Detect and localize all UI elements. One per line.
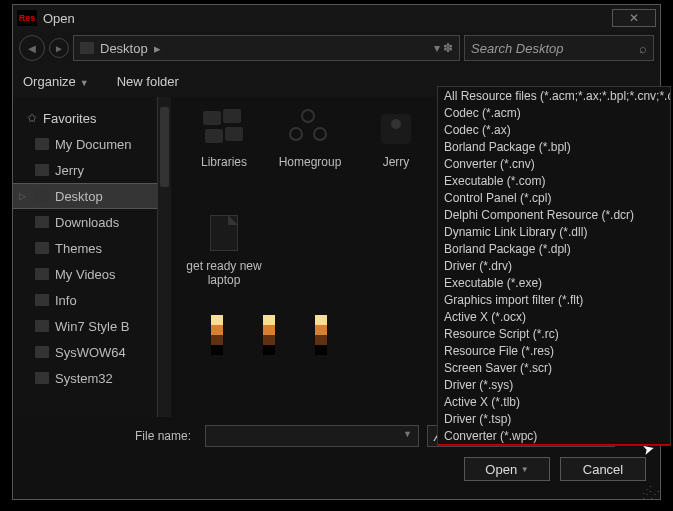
- dropdown-item[interactable]: Driver (*.sys): [438, 376, 670, 393]
- dropdown-item[interactable]: Driver (*.drv): [438, 257, 670, 274]
- dropdown-item[interactable]: Driver (*.tsp): [438, 410, 670, 427]
- chevron-down-icon[interactable]: ▼: [397, 426, 418, 442]
- tree-item[interactable]: My Videos: [13, 261, 171, 287]
- folder-icon: [35, 190, 49, 202]
- tree-item[interactable]: Jerry: [13, 157, 171, 183]
- forward-button[interactable]: ►: [49, 38, 69, 58]
- user-icon: [371, 107, 421, 151]
- folder-icon: [35, 346, 49, 358]
- dropdown-item[interactable]: Active X (*.tlb): [438, 393, 670, 410]
- tree-item[interactable]: ▷Desktop: [13, 183, 171, 209]
- caret-icon: ▷: [19, 191, 26, 201]
- open-button[interactable]: Open ▼: [464, 457, 550, 481]
- folder-icon: [80, 42, 94, 54]
- dropdown-item[interactable]: Borland Package (*.bpl): [438, 138, 670, 155]
- homegroup-icon: [285, 107, 335, 151]
- split-icon: ▼: [521, 465, 529, 474]
- dropdown-item[interactable]: Executable (*.exe): [438, 274, 670, 291]
- dropdown-item[interactable]: Executable (*.com): [438, 172, 670, 189]
- dropdown-item[interactable]: Active X (*.ocx): [438, 308, 670, 325]
- favorites-header[interactable]: ✩ Favorites: [13, 105, 171, 131]
- folder-icon: [35, 320, 49, 332]
- organize-button[interactable]: Organize▼: [23, 74, 89, 89]
- dropdown-item[interactable]: Borland Package (*.dpl): [438, 240, 670, 257]
- tree-item[interactable]: My Documen: [13, 131, 171, 157]
- dropdown-icon[interactable]: ▾ ✽: [434, 41, 453, 55]
- grid-item[interactable]: Homegroup: [267, 107, 353, 211]
- forward-icon: ►: [54, 43, 64, 54]
- titlebar[interactable]: Res Open ✕: [13, 5, 660, 31]
- resize-grip-icon[interactable]: ⋰⋰⋰: [642, 487, 658, 497]
- tree-item[interactable]: Downloads: [13, 209, 171, 235]
- tree-item[interactable]: Themes: [13, 235, 171, 261]
- location-text: Desktop: [100, 41, 148, 56]
- dropdown-item[interactable]: All Resource files (*.acm;*.ax;*.bpl;*.c…: [438, 87, 670, 104]
- star-icon: ✩: [27, 111, 37, 125]
- nav-tree[interactable]: ✩ Favorites My DocumenJerry▷DesktopDownl…: [13, 97, 171, 417]
- cancel-button[interactable]: Cancel: [560, 457, 646, 481]
- dropdown-item[interactable]: Converter (*.wpc): [438, 427, 670, 444]
- back-icon: ◄: [26, 41, 39, 56]
- tree-item[interactable]: System32: [13, 365, 171, 391]
- folder-icon: [35, 164, 49, 176]
- close-icon: ✕: [629, 11, 639, 25]
- dropdown-item[interactable]: Graphics import filter (*.flt): [438, 291, 670, 308]
- grid-item[interactable]: [211, 315, 223, 355]
- folder-icon: [35, 372, 49, 384]
- tree-item[interactable]: SysWOW64: [13, 339, 171, 365]
- filename-input[interactable]: ▼: [205, 425, 419, 447]
- grid-item[interactable]: get ready new laptop: [181, 211, 267, 315]
- folder-icon: [35, 242, 49, 254]
- dropdown-item[interactable]: Codec (*.ax): [438, 121, 670, 138]
- window-title: Open: [43, 11, 75, 26]
- chevron-down-icon: ▼: [80, 78, 89, 88]
- search-icon: ⌕: [639, 41, 647, 56]
- new-folder-button[interactable]: New folder: [117, 74, 179, 89]
- grid-item[interactable]: Libraries: [181, 107, 267, 211]
- address-bar[interactable]: Desktop ▸ ▾ ✽: [73, 35, 460, 61]
- search-placeholder: Search Desktop: [471, 41, 564, 56]
- dropdown-item[interactable]: Control Panel (*.cpl): [438, 189, 670, 206]
- scrollbar-thumb[interactable]: [160, 107, 169, 187]
- dropdown-item[interactable]: Screen Saver (*.scr): [438, 359, 670, 376]
- libraries-icon: [199, 107, 249, 151]
- dropdown-item[interactable]: Delphi Component Resource (*.dcr): [438, 206, 670, 223]
- tree-item[interactable]: Info: [13, 287, 171, 313]
- filetype-dropdown[interactable]: All Resource files (*.acm;*.ax;*.bpl;*.c…: [437, 86, 671, 446]
- document-icon: [199, 211, 249, 255]
- nav-row: ◄ ► Desktop ▸ ▾ ✽ Search Desktop ⌕: [13, 31, 660, 65]
- tree-item[interactable]: Win7 Style B: [13, 313, 171, 339]
- breadcrumb-arrow-icon[interactable]: ▸: [154, 41, 161, 56]
- grid-item[interactable]: [315, 315, 327, 355]
- dropdown-item[interactable]: All files (*.*): [438, 444, 670, 446]
- app-icon: Res: [17, 10, 37, 26]
- grid-item[interactable]: Jerry: [353, 107, 439, 211]
- folder-icon: [35, 268, 49, 280]
- dropdown-item[interactable]: Codec (*.acm): [438, 104, 670, 121]
- dropdown-item[interactable]: Resource Script (*.rc): [438, 325, 670, 342]
- dropdown-item[interactable]: Resource File (*.res): [438, 342, 670, 359]
- search-input[interactable]: Search Desktop ⌕: [464, 35, 654, 61]
- close-button[interactable]: ✕: [612, 9, 656, 27]
- filename-label: File name:: [27, 429, 197, 443]
- folder-icon: [35, 294, 49, 306]
- dropdown-item[interactable]: Dynamic Link Library (*.dll): [438, 223, 670, 240]
- tree-scrollbar[interactable]: [157, 97, 171, 417]
- folder-icon: [35, 138, 49, 150]
- back-button[interactable]: ◄: [19, 35, 45, 61]
- folder-icon: [35, 216, 49, 228]
- dropdown-item[interactable]: Converter (*.cnv): [438, 155, 670, 172]
- grid-item[interactable]: [263, 315, 275, 355]
